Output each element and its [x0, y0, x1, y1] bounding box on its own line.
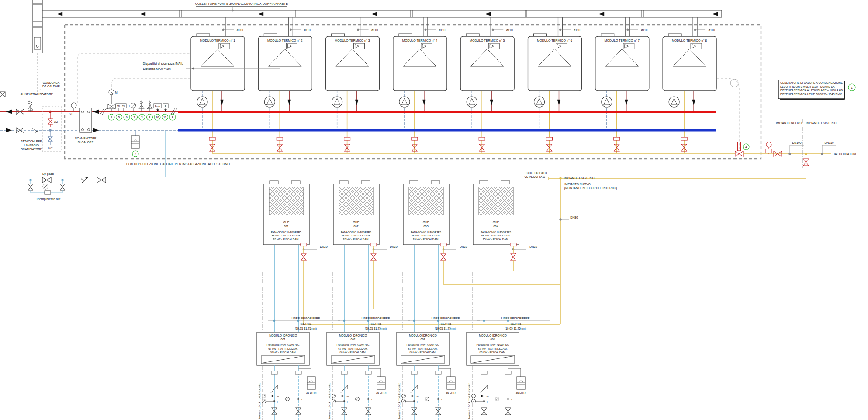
generator-info-line: POTENZA TERMICA UTILE 80/60°C= 1043.2 kW: [780, 93, 842, 96]
thermal-module-box: [460, 36, 514, 91]
thermal-module-label: MODULO TERMICO n° 1: [200, 39, 235, 42]
ghp-spec: 95 kW - RISCALDAM.: [413, 237, 439, 240]
flue-flow-arrow: [598, 12, 604, 16]
m-label: M: [277, 395, 279, 398]
ghp-top-tab: [501, 181, 510, 184]
hydronic-title: MODULO IDRONICO: [479, 334, 507, 337]
t-label: T: [441, 398, 443, 401]
dn20-label: DN20: [460, 245, 467, 248]
frigo-dot: [437, 320, 439, 322]
flue-size-label: ø110: [641, 28, 647, 31]
thermal-module-box: [393, 36, 447, 91]
fill-valve: [60, 184, 65, 190]
flue-size-label: ø110: [439, 28, 445, 31]
thermal-module-label: MODULO TERMICO n° 5: [470, 39, 505, 42]
tb-label: TB: [117, 105, 120, 108]
frigo-label: (19,05-31,75mm): [365, 327, 387, 330]
hydronic-title: MODULO IDRONICO: [339, 334, 367, 337]
thermal-module-box: [326, 36, 380, 91]
flue-size-label: ø110: [371, 28, 378, 31]
gas-union: [370, 243, 377, 246]
inail-note: Distanza MAX = 1m: [143, 67, 171, 71]
sensor-dot: [413, 400, 415, 402]
sensor-dot: [343, 400, 345, 402]
m-label: M: [486, 395, 488, 398]
frigo-label: LINEE FRIGORIFERE: [501, 317, 530, 320]
ghp-top-tab: [409, 181, 418, 184]
gas-union: [301, 243, 307, 246]
drain-size-label: 1/2": [48, 146, 53, 149]
ghp-spec: 85 kW - RAFFRESCAM.: [412, 234, 441, 237]
ghp-spec: 85 kW - RAFFRESCAM.: [342, 234, 371, 237]
flue-flow-arrow: [371, 12, 377, 16]
hydronic-title: MODULO IDRONICO: [409, 334, 437, 337]
impianto-esistente-label: IMPIANTO ESISTENTE: [806, 121, 838, 125]
ref-number: 6: [126, 116, 128, 119]
flow-arrow-down: [625, 100, 628, 105]
gas-regulator: [766, 149, 772, 153]
gas-union: [440, 243, 446, 246]
ghp-top-tab: [431, 181, 440, 184]
expansion-vessel: [131, 136, 139, 148]
gas-union: [412, 137, 418, 140]
frigo-label: 3/4-1"1/4: [370, 323, 382, 326]
flue-flow-arrow: [485, 12, 491, 16]
collector-leader-dot: [232, 10, 234, 11]
sensor-dot: [273, 400, 275, 402]
hydronic-spec: 67 kW - RAFFRESCAM.: [408, 347, 438, 350]
dn150-dot: [821, 153, 823, 155]
m-label: M: [346, 395, 349, 398]
gas-union: [479, 137, 485, 140]
flow-arrow-right: [93, 128, 99, 132]
hydronic-spec: Panasonic PAW-710WPSG: [336, 343, 369, 346]
pipe-union: [481, 371, 487, 374]
hydronic-number: 004: [490, 338, 495, 341]
ghp-gas-branch: [513, 260, 560, 271]
module-top-tab: [399, 34, 412, 36]
flue-flow-arrow: [258, 12, 263, 16]
safety-valve-spring: [28, 101, 32, 106]
morsetti-vertical-label: Morsetti 13-14 modulo idronico: [398, 382, 401, 419]
impianto-nuovo-label: IMPIANTO NUOVO: [776, 121, 802, 125]
ghp-spec: 95 kW - RISCALDAM.: [273, 237, 299, 240]
frigo-dot: [297, 320, 299, 322]
frigo-label: (19,05-31,75mm): [505, 327, 526, 330]
generator-info-line: GENERATORE DI CALORE A CONDENSAZIONE: [780, 81, 843, 84]
st-label: ST: [69, 112, 73, 115]
ghp-title: GHP: [493, 221, 499, 224]
ghp-coil: [409, 187, 443, 215]
thermal-module-label: MODULO TERMICO n° 3: [335, 39, 370, 42]
ghp-gas-branch: [304, 260, 560, 324]
ghp-spec: 85 kW - RAFFRESCAM.: [481, 234, 511, 237]
boundary-esistente-label: IMPIANTO ESISTENTE: [564, 177, 596, 180]
tank-capacity-label: 35 LITRI: [376, 391, 387, 394]
dn20-label: DN20: [390, 245, 398, 248]
pipe-union: [365, 371, 371, 374]
hydronic-spec: Panasonic PAW-710WPSG: [476, 343, 509, 346]
ghp-number: 001: [284, 225, 289, 228]
module-top-tab: [264, 34, 277, 36]
ghp-gas-valve: [511, 253, 516, 260]
thermal-module-box: [258, 36, 312, 91]
module-top-tab: [332, 34, 345, 36]
frigo-dot: [367, 320, 369, 322]
ghp-title: GHP: [423, 221, 429, 224]
t-label: T: [277, 400, 278, 403]
tubo-tappato-label: TUBO TAPPATO: [525, 171, 547, 174]
flow-arrow-down: [288, 100, 291, 105]
stem-arrow: [157, 110, 159, 112]
frigo-label: LINEE FRIGORIFERE: [291, 317, 320, 320]
sensor-dot: [437, 398, 439, 400]
hydronic-spec: 80 kW - RISCALDAM.: [270, 351, 297, 354]
module-top-tab: [668, 34, 681, 36]
inail-note: Dispositivi di sicurezza INAIL: [143, 62, 183, 66]
ref-number: 4: [745, 146, 747, 149]
flow-arrow-right: [6, 128, 12, 132]
pipe-union: [295, 371, 301, 374]
tubo-tappato-label: VS VECCHIA CT: [524, 175, 547, 178]
ref-number: 9: [111, 116, 112, 119]
boundary-nuovo-label: (MONTANTE NEL CORTILE INTERNO): [564, 187, 617, 190]
drain-valve: [48, 136, 52, 142]
frigo-label: 3/4-1"1/4: [510, 323, 522, 326]
attacchi-label: LAVAGGIO: [24, 144, 39, 147]
